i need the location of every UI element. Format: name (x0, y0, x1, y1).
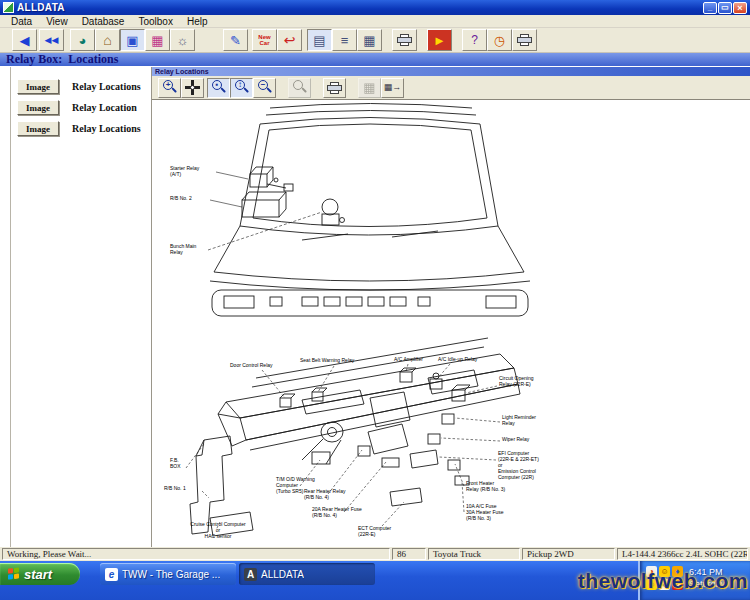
main-toolbar: ◀◀◀◕⌂▣▦☼✎New Car↩▤≡▦►?◷ (0, 28, 750, 53)
menu-data[interactable]: Data (4, 16, 39, 27)
pan-icon[interactable] (181, 78, 204, 98)
copy-image-icon-glyph: ▦ (363, 81, 375, 94)
diagram-label: A/C Amplifier (394, 357, 436, 363)
title-bar: ALLDATA _▭× (0, 0, 750, 15)
help-icon[interactable]: ? (462, 29, 487, 51)
car-setup-icon-glyph: ☼ (177, 34, 189, 47)
sidebar-divider (10, 67, 11, 547)
select-icon[interactable] (288, 78, 311, 98)
diagram-label: Light Reminder Relay (502, 415, 546, 427)
diagram-label: Cruise Control Computer or HAC sensor (178, 522, 258, 540)
magnifier-glyph: + (162, 80, 177, 95)
start-button[interactable]: start (0, 563, 80, 585)
print-image-icon[interactable] (323, 78, 346, 98)
close-button[interactable]: × (733, 2, 747, 14)
menu-view[interactable]: View (39, 16, 75, 27)
back-history-icon[interactable]: ◀◀ (39, 29, 64, 51)
world-clock-icon[interactable]: ◕ (70, 29, 95, 51)
magnifier-glyph: ▪ (211, 80, 226, 95)
text-view-icon[interactable]: ≡ (332, 29, 357, 51)
diagram-label: Rear Heater Relay (R/B No. 4) (304, 489, 360, 501)
restore-button[interactable]: ▭ (718, 2, 732, 14)
magnifier-glyph: − (257, 80, 272, 95)
summary-view-icon-glyph: ▤ (313, 34, 325, 47)
relay-diagram-canvas[interactable]: Starter Relay (A/T)R/B No. 2Bunch Main R… (152, 100, 750, 547)
taskbar-apps: eTWW - The Garage ...AALLDATA (100, 563, 375, 585)
image-button-3[interactable]: Image (17, 121, 59, 136)
oem-data-icon[interactable]: ▦ (145, 29, 170, 51)
schedule-icon-glyph: ◷ (494, 34, 505, 47)
menu-bar: DataViewDatabaseToolboxHelp (0, 15, 750, 28)
diagram-label: R/B No. 1 (164, 486, 202, 492)
magnifier-glyph (292, 80, 307, 95)
diagram-label: Wiper Relay (502, 437, 542, 443)
taskbar-app-label: TWW - The Garage ... (122, 569, 220, 580)
image-label-1: Relay Locations (72, 81, 141, 92)
film-view-icon[interactable]: ▦ (357, 29, 382, 51)
car-return-icon[interactable]: ↩ (277, 29, 302, 51)
exit-icon[interactable]: ► (427, 29, 452, 51)
zoom-region-icon[interactable]: ▪ (207, 78, 230, 98)
zoom-out-icon[interactable]: − (253, 78, 276, 98)
image-button-1[interactable]: Image (17, 79, 59, 94)
status-message: Working, Please Wait... (2, 548, 390, 560)
copy-image-icon[interactable]: ▦ (358, 78, 381, 98)
image-button-2[interactable]: Image (17, 100, 59, 115)
printer-glyph (517, 34, 532, 46)
pan-glyph (185, 80, 200, 95)
zoom-dynamic-icon[interactable]: ↕ (230, 78, 253, 98)
help-icon-glyph: ? (471, 34, 478, 46)
taskbar-app-tww-the-garage[interactable]: eTWW - The Garage ... (100, 563, 236, 585)
text-view-icon-glyph: ≡ (341, 34, 349, 47)
viewer-panel: Relay Locations +▪↕−▦▦→ (152, 67, 750, 547)
taskbar-app-label: ALLDATA (261, 569, 304, 580)
menu-database[interactable]: Database (75, 16, 132, 27)
summary-view-icon[interactable]: ▤ (307, 29, 332, 51)
windows-flag-icon (8, 567, 20, 580)
ie-page-icon: e (105, 568, 118, 581)
diagram-label: Seat Belt Warning Relay (300, 358, 372, 364)
printer-icon[interactable] (392, 29, 417, 51)
world-clock-icon-glyph: ◕ (79, 34, 87, 47)
print-preview-icon[interactable] (512, 29, 537, 51)
printer-glyph (327, 82, 342, 94)
back-icon[interactable]: ◀ (12, 29, 37, 51)
start-label: start (24, 567, 52, 582)
diagram-label: EFI Computer (22R-E & 22R-ET) or Emissio… (498, 451, 552, 480)
schedule-icon[interactable]: ◷ (487, 29, 512, 51)
diagram-label: 10A A/C Fuse 30A Heater Fuse (R/B No. 3) (466, 504, 518, 522)
alldata-window: ALLDATA _▭× DataViewDatabaseToolboxHelp … (0, 0, 750, 600)
new-car-icon-glyph: New Car (258, 34, 270, 46)
diagram-label: ECT Computer (22R-E) (358, 526, 404, 538)
menu-toolbox[interactable]: Toolbox (131, 16, 179, 27)
viewer-tab[interactable]: Relay Locations (152, 67, 750, 76)
car-return-icon-glyph: ↩ (284, 33, 296, 47)
vehicle-search-icon-glyph: ▣ (126, 34, 138, 47)
export-image-icon[interactable]: ▦→ (381, 78, 404, 98)
status-model: Pickup 2WD (522, 548, 615, 560)
diagram-label: Circuit Opening Relay (22R-E) (499, 376, 547, 388)
sidebar: Image Relay Locations Image Relay Locati… (0, 67, 152, 547)
taskbar-app-alldata[interactable]: AALLDATA (239, 563, 375, 585)
zoom-in-icon[interactable]: + (158, 78, 181, 98)
content-area: Image Relay Locations Image Relay Locati… (0, 67, 750, 547)
diagram-label: Starter Relay (A/T) (170, 166, 218, 178)
sidebar-row: Image Relay Locations (17, 121, 141, 136)
diagram-label: Door Control Relay (230, 363, 292, 369)
oem-data-icon-glyph: ▦ (151, 34, 163, 47)
status-year: 86 (392, 548, 426, 560)
car-setup-icon[interactable]: ☼ (170, 29, 195, 51)
diagram-label: Bunch Main Relay (170, 244, 212, 256)
watermark: thewolfweb.com (578, 569, 748, 593)
sidebar-row: Image Relay Location (17, 100, 137, 115)
vehicle-search-icon[interactable]: ▣ (120, 29, 145, 51)
new-car-icon[interactable]: New Car (252, 29, 277, 51)
home-icon-glyph: ⌂ (103, 33, 111, 47)
home-icon[interactable]: ⌂ (95, 29, 120, 51)
menu-help[interactable]: Help (180, 16, 215, 27)
minimize-button[interactable]: _ (703, 2, 717, 14)
diagram-label: R/B No. 2 (170, 196, 214, 202)
signature-icon[interactable]: ✎ (223, 29, 248, 51)
status-engine: L4-144.4 2366cc 2.4L SOHC (22R-E) (617, 548, 748, 560)
viewer-toolbar: +▪↕−▦▦→ (152, 76, 750, 100)
